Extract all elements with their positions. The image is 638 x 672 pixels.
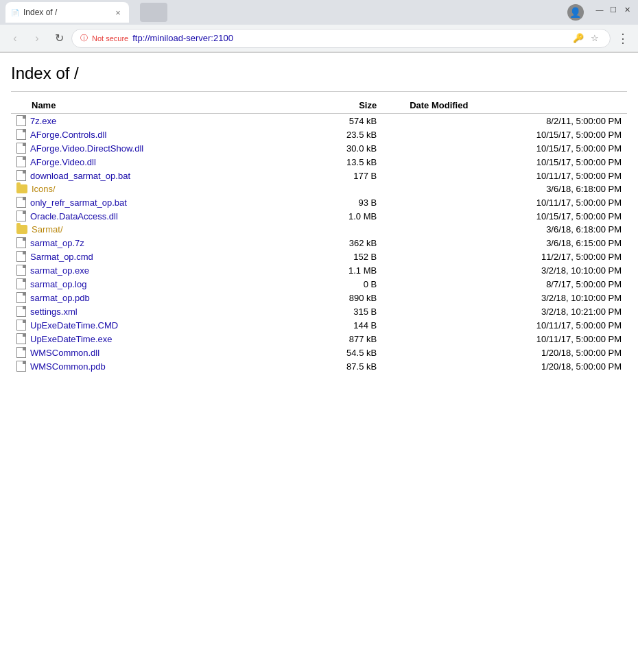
name-wrapper: WMSCommon.pdb — [16, 361, 292, 372]
close-button[interactable]: ✕ — [622, 4, 633, 15]
file-name-cell: Icons/ — [11, 182, 297, 195]
file-link[interactable]: sarmat_op.log — [30, 279, 86, 289]
name-wrapper: sarmat_op.7z — [16, 237, 292, 248]
file-name-cell: settings.xml — [11, 304, 297, 318]
profile-icon[interactable]: 👤 — [567, 4, 584, 21]
file-size-cell: 362 kB — [297, 236, 382, 250]
file-link[interactable]: Sarmat_op.cmd — [30, 252, 93, 262]
file-size-cell: 23.5 kB — [297, 128, 382, 141]
file-link[interactable]: Oracle.DataAccess.dll — [30, 211, 118, 221]
maximize-button[interactable]: ☐ — [608, 4, 619, 15]
file-size-cell — [297, 223, 382, 236]
active-tab[interactable]: 📄 Index of / × — [5, 2, 129, 23]
file-link[interactable]: settings.xml — [30, 307, 78, 317]
lock-icon: ⓘ — [80, 33, 88, 43]
file-size-cell: 574 kB — [297, 114, 382, 128]
file-date-cell: 1/20/18, 5:00:00 PM — [382, 359, 627, 373]
forward-icon: › — [35, 32, 38, 45]
table-row: Icons/3/6/18, 6:18:00 PM — [11, 182, 627, 195]
file-date-cell: 10/11/17, 5:00:00 PM — [382, 332, 627, 346]
table-row: WMSCommon.pdb87.5 kB1/20/18, 5:00:00 PM — [11, 359, 627, 373]
file-size-cell: 152 B — [297, 250, 382, 263]
folder-link[interactable]: Sarmat/ — [32, 224, 63, 235]
file-name-cell: Sarmat_op.cmd — [11, 250, 297, 263]
file-size-cell: 0 B — [297, 277, 382, 291]
url-display: ftp://miniload-server:2100 — [132, 33, 567, 43]
tab-title: Index of / — [23, 8, 108, 17]
file-icon — [16, 129, 26, 140]
file-name-cell: sarmat_op.log — [11, 277, 297, 291]
file-size-cell: 144 B — [297, 318, 382, 332]
key-icon[interactable]: 🔑 — [571, 32, 585, 45]
file-date-cell: 3/2/18, 10:21:00 PM — [382, 304, 627, 318]
profile-icon-symbol: 👤 — [569, 7, 581, 18]
name-wrapper: Sarmat_op.cmd — [16, 251, 292, 262]
file-name-cell: WMSCommon.dll — [11, 346, 297, 359]
file-link[interactable]: WMSCommon.dll — [30, 348, 99, 358]
file-date-cell: 10/11/17, 5:00:00 PM — [382, 169, 627, 182]
name-wrapper: AForge.Video.DirectShow.dll — [16, 143, 292, 154]
file-date-cell: 3/2/18, 10:10:00 PM — [382, 263, 627, 277]
file-link[interactable]: sarmat_op.7z — [30, 238, 84, 248]
file-size-cell: 30.0 kB — [297, 141, 382, 155]
table-row: AForge.Video.dll13.5 kB10/15/17, 5:00:00… — [11, 155, 627, 169]
page-content: Index of / Name Size Date Modified 7z.ex… — [0, 53, 638, 384]
file-name-cell: WMSCommon.pdb — [11, 359, 297, 373]
table-row: AForge.Controls.dll23.5 kB10/15/17, 5:00… — [11, 128, 627, 141]
file-link[interactable]: download_sarmat_op.bat — [30, 171, 130, 181]
table-row: Oracle.DataAccess.dll1.0 MB10/15/17, 5:0… — [11, 209, 627, 223]
file-icon — [16, 306, 26, 317]
forward-button[interactable]: › — [27, 29, 47, 48]
file-link[interactable]: sarmat_op.pdb — [30, 293, 90, 303]
file-name-cell: AForge.Video.DirectShow.dll — [11, 141, 297, 155]
file-date-cell: 8/7/17, 5:00:00 PM — [382, 277, 627, 291]
table-row: AForge.Video.DirectShow.dll30.0 kB10/15/… — [11, 141, 627, 155]
file-icon — [16, 333, 26, 344]
bookmark-icon[interactable]: ☆ — [588, 32, 602, 45]
reload-icon: ↻ — [55, 32, 64, 45]
table-row: sarmat_op.pdb890 kB3/2/18, 10:10:00 PM — [11, 291, 627, 304]
file-size-cell: 1.0 MB — [297, 209, 382, 223]
file-icon — [16, 115, 26, 126]
file-size-cell: 315 B — [297, 304, 382, 318]
file-link[interactable]: WMSCommon.pdb — [30, 361, 106, 372]
file-link[interactable]: AForge.Controls.dll — [30, 130, 106, 140]
file-name-cell: sarmat_op.pdb — [11, 291, 297, 304]
title-bar: 📄 Index of / × 👤 — ☐ ✕ — [0, 0, 638, 25]
column-header-date: Date Modified — [382, 97, 627, 114]
file-size-cell: 1.1 MB — [297, 263, 382, 277]
navigation-bar: ‹ › ↻ ⓘ Not secure ftp://miniload-server… — [0, 25, 638, 52]
name-wrapper: settings.xml — [16, 306, 292, 317]
reload-button[interactable]: ↻ — [49, 29, 69, 48]
file-name-cell: sarmat_op.exe — [11, 263, 297, 277]
file-link[interactable]: UpExeDateTime.CMD — [30, 320, 118, 331]
folder-link[interactable]: Icons/ — [32, 184, 56, 194]
tab-close-button[interactable]: × — [113, 8, 123, 18]
file-link[interactable]: 7z.exe — [30, 116, 56, 126]
address-bar[interactable]: ⓘ Not secure ftp://miniload-server:2100 … — [71, 29, 611, 48]
menu-button[interactable]: ⋮ — [613, 29, 633, 48]
address-actions: 🔑 ☆ — [571, 32, 602, 45]
file-link[interactable]: sarmat_op.exe — [30, 265, 89, 276]
file-size-cell: 87.5 kB — [297, 359, 382, 373]
file-link[interactable]: AForge.Video.DirectShow.dll — [30, 143, 143, 154]
file-name-cell: sarmat_op.7z — [11, 236, 297, 250]
file-link[interactable]: only_refr_sarmat_op.bat — [30, 197, 127, 208]
file-size-cell: 890 kB — [297, 291, 382, 304]
file-date-cell: 10/15/17, 5:00:00 PM — [382, 155, 627, 169]
minimize-button[interactable]: — — [594, 4, 605, 15]
window-controls: 👤 — ☐ ✕ — [567, 4, 633, 21]
name-wrapper: UpExeDateTime.exe — [16, 333, 292, 344]
table-row: Sarmat/3/6/18, 6:18:00 PM — [11, 223, 627, 236]
back-button[interactable]: ‹ — [5, 29, 25, 48]
file-link[interactable]: UpExeDateTime.exe — [30, 334, 112, 344]
page-title: Index of / — [11, 64, 627, 83]
file-name-cell: download_sarmat_op.bat — [11, 169, 297, 182]
name-wrapper: Oracle.DataAccess.dll — [16, 211, 292, 221]
name-wrapper: Sarmat/ — [16, 224, 292, 235]
name-wrapper: WMSCommon.dll — [16, 347, 292, 358]
file-link[interactable]: AForge.Video.dll — [30, 157, 96, 167]
file-table: Name Size Date Modified 7z.exe574 kB8/2/… — [11, 97, 627, 373]
file-date-cell: 3/2/18, 10:10:00 PM — [382, 291, 627, 304]
tab-placeholder — [140, 3, 167, 22]
